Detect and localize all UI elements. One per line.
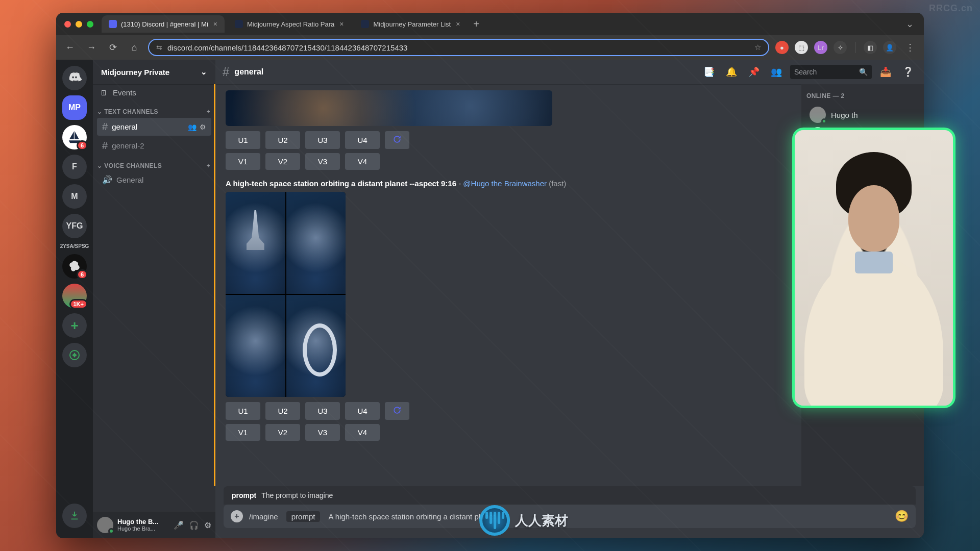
v1-button[interactable]: V1: [226, 153, 260, 170]
u3-button[interactable]: U3: [305, 402, 340, 420]
search-input[interactable]: Search 🔍: [790, 65, 872, 79]
invite-icon[interactable]: 👥: [188, 123, 197, 131]
server-header[interactable]: Midjourney Private ⌄: [93, 60, 215, 84]
server-item[interactable]: F: [62, 155, 87, 179]
server-item[interactable]: 2YSA/SPSG: [60, 243, 89, 249]
events-label: Events: [113, 88, 136, 97]
chevron-down-icon: ⌄: [97, 108, 102, 115]
explore-servers-button[interactable]: [62, 343, 87, 367]
extension-icon[interactable]: ●: [775, 41, 789, 54]
server-midjourney-private[interactable]: MP: [62, 95, 87, 120]
v3-button[interactable]: V3: [305, 153, 340, 170]
emoji-picker-icon[interactable]: 😊: [895, 510, 909, 523]
u2-button[interactable]: U2: [265, 131, 300, 149]
generated-image-grid-wide[interactable]: [226, 90, 552, 126]
profile-avatar-icon[interactable]: 👤: [883, 41, 896, 54]
image-variant-2[interactable]: [286, 192, 346, 294]
server-item[interactable]: YFG: [62, 214, 87, 238]
u4-button[interactable]: U4: [345, 131, 380, 149]
tab-discord[interactable]: (1310) Discord | #general | Mi ×: [102, 15, 225, 33]
u1-button[interactable]: U1: [226, 402, 260, 420]
extension-icon[interactable]: ⬚: [795, 41, 808, 54]
close-tab-icon[interactable]: ×: [213, 20, 217, 28]
close-tab-icon[interactable]: ×: [339, 20, 344, 28]
deafen-icon[interactable]: 🎧: [189, 520, 199, 530]
u2-button[interactable]: U2: [265, 402, 300, 420]
favicon-midjourney-icon: [361, 20, 369, 28]
user-settings-icon[interactable]: ⚙: [204, 520, 211, 530]
back-button[interactable]: ←: [62, 40, 78, 55]
v2-button[interactable]: V2: [265, 424, 300, 441]
member-row[interactable]: Hugo th: [806, 105, 919, 125]
reload-button[interactable]: ⟳: [105, 40, 120, 55]
close-tab-icon[interactable]: ×: [456, 20, 460, 28]
v1-button[interactable]: V1: [226, 424, 260, 441]
sidepanel-icon[interactable]: ◧: [864, 41, 877, 54]
category-text-channels[interactable]: ⌄ TEXT CHANNELS +: [93, 101, 215, 117]
channel-general[interactable]: # general 👥 ⚙: [97, 118, 211, 136]
members-toggle-icon[interactable]: 👥: [768, 66, 785, 78]
inbox-icon[interactable]: 📥: [877, 66, 894, 78]
self-avatar[interactable]: [97, 517, 113, 533]
events-row[interactable]: 🗓 Events: [93, 84, 215, 101]
attach-button[interactable]: +: [231, 510, 243, 522]
add-channel-icon[interactable]: +: [207, 108, 210, 115]
bookmark-star-icon[interactable]: ☆: [754, 43, 761, 52]
v2-button[interactable]: V2: [265, 153, 300, 170]
channel-general-2[interactable]: # general-2: [97, 137, 211, 155]
extensions-menu-icon[interactable]: ✧: [834, 41, 847, 54]
tab-midjourney-params[interactable]: Midjourney Parameter List ×: [354, 15, 467, 33]
message-input[interactable]: + /imagine prompt A high-tech space stat…: [224, 505, 916, 528]
hash-icon: #: [102, 140, 108, 152]
server-badge: 6: [77, 269, 88, 280]
server-item[interactable]: M: [62, 184, 87, 209]
browser-menu-button[interactable]: ⋮: [902, 40, 918, 55]
add-channel-icon[interactable]: +: [207, 162, 210, 169]
fast-tag: (fast): [549, 179, 566, 188]
self-username: Hugo the B...: [117, 518, 158, 525]
maximize-window-icon[interactable]: [87, 21, 93, 28]
image-variant-3[interactable]: [226, 295, 285, 397]
v3-button[interactable]: V3: [305, 424, 340, 441]
u1-button[interactable]: U1: [226, 131, 260, 149]
mention[interactable]: @Hugo the Brainwasher: [463, 179, 547, 188]
close-window-icon[interactable]: [64, 21, 71, 28]
server-sailboat[interactable]: 6: [62, 125, 87, 149]
generated-image-grid-916[interactable]: [226, 192, 346, 397]
forward-button[interactable]: →: [84, 40, 99, 55]
new-tab-button[interactable]: +: [467, 18, 485, 30]
discord-home-icon[interactable]: [62, 66, 87, 90]
home-button[interactable]: ⌂: [127, 40, 142, 55]
site-info-icon[interactable]: ⇆: [156, 43, 162, 52]
command-autocomplete[interactable]: prompt The prompt to imagine: [224, 486, 916, 505]
u3-button[interactable]: U3: [305, 131, 340, 149]
server-rail: MP 6 F M YFG 2YSA/SPSG 6 1K+ +: [56, 60, 93, 538]
category-voice-channels[interactable]: ⌄ VOICE CHANNELS +: [93, 155, 215, 171]
v4-button[interactable]: V4: [345, 424, 380, 441]
extension-icon[interactable]: Lr: [814, 41, 827, 54]
threads-icon[interactable]: 📑: [700, 66, 718, 78]
channel-settings-icon[interactable]: ⚙: [200, 123, 206, 131]
pinned-icon[interactable]: 📌: [745, 66, 763, 78]
server-gpt[interactable]: 6: [62, 254, 87, 279]
v4-button[interactable]: V4: [345, 153, 380, 170]
reroll-button[interactable]: [385, 402, 409, 420]
upscale-row: U1 U2 U3 U4: [226, 131, 793, 149]
download-apps-button[interactable]: [62, 504, 87, 528]
mute-mic-icon[interactable]: 🎤: [174, 520, 184, 530]
message-list[interactable]: U1 U2 U3 U4 V1 V2 V3 V4: [214, 84, 801, 486]
u4-button[interactable]: U4: [345, 402, 380, 420]
image-variant-4[interactable]: [286, 295, 346, 397]
server-name: Midjourney Private: [101, 68, 169, 77]
notifications-icon[interactable]: 🔔: [723, 66, 740, 78]
url-input[interactable]: ⇆ discord.com/channels/11844236487072154…: [148, 39, 769, 56]
voice-channel-general[interactable]: 🔊 General: [97, 172, 211, 188]
image-variant-1[interactable]: [226, 192, 285, 294]
minimize-window-icon[interactable]: [76, 21, 82, 28]
help-icon[interactable]: ❔: [899, 66, 917, 78]
tab-midjourney-aspect[interactable]: Midjourney Aspect Ratio Para ×: [228, 15, 351, 33]
server-item[interactable]: 1K+: [62, 284, 87, 308]
add-server-button[interactable]: +: [62, 313, 87, 338]
tab-overflow-button[interactable]: ⌄: [899, 18, 921, 30]
reroll-button[interactable]: [385, 131, 409, 149]
